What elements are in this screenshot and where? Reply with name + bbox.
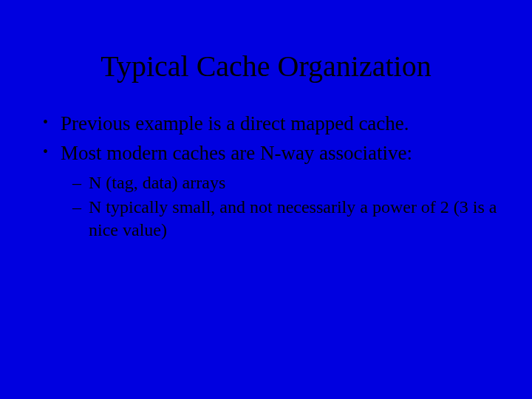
dash-marker-icon: –	[72, 196, 89, 242]
slide-container: Typical Cache Organization • Previous ex…	[0, 0, 532, 399]
bullet-text: Previous example is a direct mapped cach…	[61, 110, 502, 137]
dash-marker-icon: –	[72, 171, 89, 194]
bullet-item: – N typically small, and not necessarily…	[72, 196, 502, 242]
bullet-text: Most modern caches are N-way associative…	[61, 140, 502, 166]
bullet-text: N (tag, data) arrays	[89, 171, 502, 194]
bullet-text: N typically small, and not necessarily a…	[89, 196, 502, 242]
bullet-item: – N (tag, data) arrays	[72, 171, 502, 194]
slide-content: • Previous example is a direct mapped ca…	[0, 110, 532, 242]
bullet-item: • Previous example is a direct mapped ca…	[43, 110, 502, 137]
bullet-marker-icon: •	[43, 110, 61, 137]
bullet-item: • Most modern caches are N-way associati…	[43, 140, 502, 166]
bullet-marker-icon: •	[43, 140, 61, 166]
sub-bullet-group: – N (tag, data) arrays – N typically sma…	[43, 171, 502, 242]
slide-title: Typical Cache Organization	[0, 0, 532, 110]
